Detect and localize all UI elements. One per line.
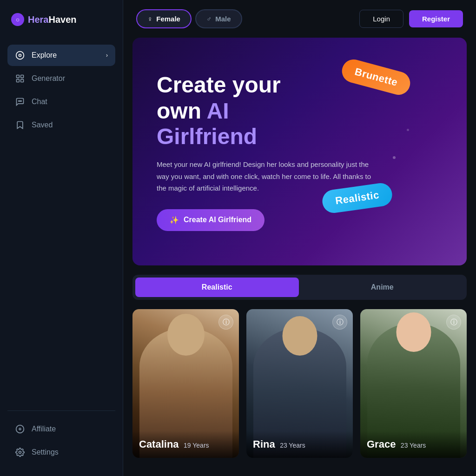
chevron-right-icon: › <box>106 52 108 59</box>
chat-icon <box>15 97 25 107</box>
card-grace-label: Grace 23 Years <box>360 431 467 458</box>
main-nav: Explore › Generator Chat Saved <box>7 45 115 410</box>
saved-icon <box>15 120 25 130</box>
card-grace-age: 23 Years <box>401 442 426 449</box>
svg-point-8 <box>21 101 22 102</box>
card-rina-label: Rina 23 Years <box>246 431 353 458</box>
hero-content: Create your own AIGirlfriend Meet your n… <box>132 50 402 253</box>
svg-rect-5 <box>21 79 24 82</box>
affiliate-icon <box>15 424 25 434</box>
generator-label: Generator <box>32 74 65 83</box>
card-rina[interactable]: ⓘ Rina 23 Years <box>246 309 353 458</box>
hero-banner: Create your own AIGirlfriend Meet your n… <box>132 38 467 265</box>
female-icon: ♀ <box>147 15 152 23</box>
cards-grid: ⓘ Catalina 19 Years ⓘ Rina 23 Years <box>132 309 467 458</box>
card-catalina-info-button[interactable]: ⓘ <box>218 315 233 330</box>
sidebar-item-saved[interactable]: Saved <box>7 114 115 136</box>
card-catalina-name: Catalina <box>139 438 179 450</box>
explore-icon <box>15 50 25 60</box>
create-label: Create AI Girlfriend <box>184 216 251 224</box>
card-grace[interactable]: ⓘ Grace 23 Years <box>360 309 467 458</box>
male-button[interactable]: ♂ Male <box>195 9 242 28</box>
svg-rect-4 <box>17 79 20 82</box>
card-catalina-age: 19 Years <box>184 442 209 449</box>
male-icon: ♂ <box>206 15 212 23</box>
sidebar-bottom: Affiliate Settings <box>7 410 115 463</box>
svg-point-10 <box>19 451 21 454</box>
card-grace-name: Grace <box>367 438 396 450</box>
svg-rect-2 <box>17 75 20 78</box>
sidebar-item-affiliate[interactable]: Affiliate <box>7 418 115 440</box>
logo: ○ HeraHaven <box>7 13 115 26</box>
female-label: Female <box>156 15 180 23</box>
logo-haven: Haven <box>48 14 76 25</box>
settings-label: Settings <box>32 448 59 456</box>
content-tabs-section: Realistic Anime <box>132 275 467 300</box>
content-tabs: Realistic Anime <box>132 275 467 300</box>
main-content: ♀ Female ♂ Male Login Register Create yo… <box>123 0 476 476</box>
register-button[interactable]: Register <box>409 10 463 27</box>
svg-point-7 <box>20 101 20 102</box>
svg-point-0 <box>16 52 24 60</box>
page-header: ♀ Female ♂ Male Login Register <box>123 0 476 38</box>
sidebar-item-explore[interactable]: Explore › <box>7 45 115 66</box>
sidebar-item-chat[interactable]: Chat <box>7 91 115 112</box>
svg-point-1 <box>19 54 21 57</box>
explore-label: Explore <box>32 51 57 60</box>
female-button[interactable]: ♀ Female <box>136 9 192 28</box>
logo-hera: Hera <box>28 14 48 25</box>
gender-toggle: ♀ Female ♂ Male <box>136 9 242 28</box>
hero-description: Meet your new AI girlfriend! Design her … <box>157 159 378 194</box>
logo-text: HeraHaven <box>28 14 77 25</box>
create-ai-girlfriend-button[interactable]: ✨ Create AI Girlfriend <box>157 209 264 231</box>
tab-anime[interactable]: Anime <box>301 278 464 297</box>
tab-realistic[interactable]: Realistic <box>135 278 299 297</box>
sidebar: ○ HeraHaven Explore › Generator Chat <box>0 0 123 476</box>
card-rina-age: 23 Years <box>280 442 305 449</box>
sidebar-item-generator[interactable]: Generator <box>7 68 115 89</box>
card-rina-info-button[interactable]: ⓘ <box>332 315 347 330</box>
card-grace-info-button[interactable]: ⓘ <box>446 315 461 330</box>
saved-label: Saved <box>32 121 53 129</box>
settings-icon <box>15 447 25 457</box>
login-button[interactable]: Login <box>359 10 403 28</box>
svg-rect-3 <box>21 75 24 78</box>
card-catalina-label: Catalina 19 Years <box>132 431 239 458</box>
chat-label: Chat <box>32 98 47 106</box>
card-catalina[interactable]: ⓘ Catalina 19 Years <box>132 309 239 458</box>
generator-icon <box>15 73 25 84</box>
sidebar-item-settings[interactable]: Settings <box>7 442 115 463</box>
card-rina-name: Rina <box>253 438 275 450</box>
wand-icon: ✨ <box>170 216 179 225</box>
hero-title-gf: Girlfriend <box>157 124 257 149</box>
affiliate-label: Affiliate <box>32 425 56 433</box>
svg-point-6 <box>19 101 20 102</box>
male-label: Male <box>215 15 231 23</box>
hero-title-line2: own <box>157 99 207 123</box>
hero-title-line1: Create your <box>157 73 281 97</box>
logo-icon: ○ <box>11 13 24 26</box>
hero-title: Create your own AIGirlfriend <box>157 72 378 149</box>
